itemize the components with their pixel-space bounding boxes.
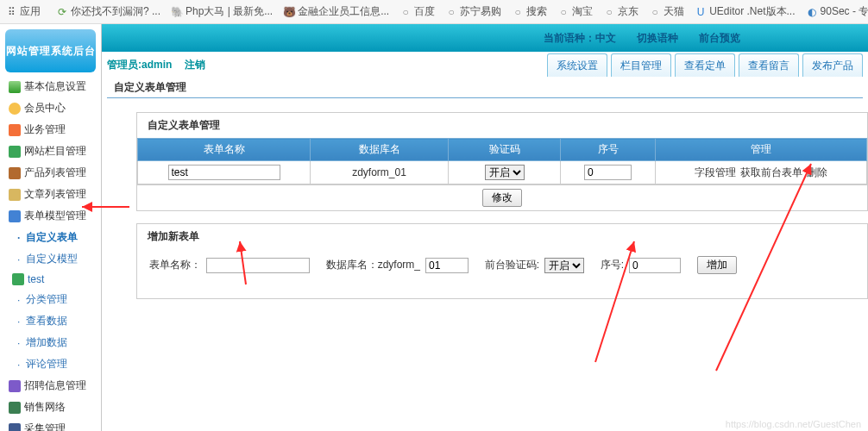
bookmark-label: 淘宝: [572, 4, 593, 19]
sidebar-item[interactable]: 招聘信息管理: [0, 375, 101, 397]
add-db-input[interactable]: [425, 258, 469, 273]
menu-icon: [12, 273, 24, 285]
add-code-label: 前台验证码:: [485, 258, 539, 272]
bookmark-item[interactable]: ○搜索: [512, 4, 547, 19]
add-panel: 增加新表单 表单名称： 数据库名：zdyform_ 前台验证码: 开启 序号: …: [136, 223, 868, 299]
bookmark-label: 苏宁易购: [460, 4, 501, 19]
bookmark-icon: 🐻: [283, 6, 295, 18]
op-field[interactable]: 字段管理: [695, 166, 736, 178]
op-get[interactable]: 获取前台表单: [740, 166, 802, 178]
menu-icon: [9, 380, 21, 392]
bookmark-label: 百度: [414, 4, 435, 19]
sidebar-item-label: 招聘信息管理: [24, 378, 86, 393]
sidebar-subitem[interactable]: 分类管理: [0, 289, 101, 310]
sidebar-item[interactable]: 会员中心: [0, 97, 101, 119]
sidebar-item[interactable]: 表单模型管理: [0, 205, 101, 227]
bookmark-label: 天猫: [664, 4, 684, 19]
lang-switch[interactable]: 切换语种: [637, 31, 678, 46]
lang-current: 当前语种：中文: [544, 31, 616, 46]
bookmark-label: 金融企业员工信息...: [298, 4, 389, 19]
bookmark-icon: ○: [512, 6, 524, 18]
main-area: . 当前语种：中文 切换语种 前台预览 管理员:admin 注销 系统设置栏目管…: [102, 24, 868, 431]
menu-icon: [9, 124, 21, 136]
op-del[interactable]: 删除: [807, 166, 827, 178]
tab[interactable]: 查看定单: [675, 53, 735, 77]
row-seq-input[interactable]: [584, 165, 632, 180]
row-code-select[interactable]: 开启: [485, 165, 525, 180]
apps-label: 应用: [20, 4, 41, 19]
bookmark-item[interactable]: 🐘Php大马 | 最新免...: [171, 4, 273, 19]
tab[interactable]: 查看留言: [739, 53, 799, 77]
modify-button[interactable]: 修改: [482, 189, 522, 207]
bookmark-item[interactable]: ○京东: [603, 4, 638, 19]
row-db: zdyform_01: [311, 161, 449, 184]
sidebar-item-label: 产品列表管理: [24, 166, 86, 180]
add-seq-input[interactable]: [629, 258, 681, 273]
tabs: 系统设置栏目管理查看定单查看留言发布产品: [547, 53, 863, 77]
bookmark-item[interactable]: ◐90Sec - 专注于网...: [806, 4, 868, 19]
sidebar-item-label: 基本信息设置: [24, 79, 86, 94]
sidebar-item-label: 会员中心: [24, 101, 66, 116]
sidebar-subitem[interactable]: 自定义模型: [0, 248, 101, 270]
bookmark-icon: ○: [649, 6, 661, 18]
bookmark-label: 你还找不到漏洞? ...: [71, 4, 160, 19]
tab[interactable]: 发布产品: [802, 53, 863, 77]
sidebar-item[interactable]: 文章列表管理: [0, 184, 101, 205]
apps-icon: ⠿: [5, 6, 17, 18]
panel-title: 自定义表单管理: [137, 113, 867, 138]
sidebar-item-label: 文章列表管理: [24, 187, 86, 202]
bookmark-icon: ⟳: [56, 6, 68, 18]
sidebar-subitem[interactable]: 评论管理: [0, 353, 101, 375]
sidebar-subitem[interactable]: 查看数据: [0, 310, 101, 332]
bookmark-item[interactable]: ○百度: [399, 4, 435, 19]
sidebar-item[interactable]: 业务管理: [0, 119, 101, 141]
watermark: https://blog.csdn.net/GuestChen: [726, 419, 861, 429]
bookmark-icon: U: [695, 6, 707, 18]
sidebar-test[interactable]: test: [0, 270, 101, 289]
add-seq-label: 序号:: [601, 258, 624, 272]
sidebar-title: 网站管理系统后台: [6, 44, 96, 59]
sidebar-subitem[interactable]: 增加数据: [0, 332, 101, 353]
bookmark-label: Php大马 | 最新免...: [186, 4, 273, 19]
th-name: 表单名称: [138, 139, 311, 161]
sidebar-item[interactable]: 网站栏目管理: [0, 141, 101, 162]
th-code: 验证码: [449, 139, 561, 161]
admin-label: 管理员:admin: [107, 59, 172, 71]
menu-icon: [9, 189, 21, 201]
sidebar-menu: 基本信息设置会员中心业务管理网站栏目管理产品列表管理文章列表管理表单模型管理自定…: [0, 76, 101, 431]
bookmark-item[interactable]: UUEditor .Net版本...: [695, 4, 795, 19]
sidebar-item[interactable]: 销售网络: [0, 397, 101, 418]
add-name-label: 表单名称：: [149, 258, 201, 272]
add-panel-title: 增加新表单: [137, 224, 867, 249]
bookmark-item[interactable]: ○淘宝: [557, 4, 593, 19]
menu-icon: [9, 423, 21, 432]
topbar: . 当前语种：中文 切换语种 前台预览: [102, 24, 868, 52]
apps-button[interactable]: ⠿ 应用: [5, 4, 41, 19]
th-db: 数据库名: [311, 139, 449, 161]
bookmark-icon: 🐘: [171, 6, 183, 18]
bookmark-icon: ○: [399, 6, 412, 18]
sidebar-item[interactable]: 产品列表管理: [0, 162, 101, 184]
menu-icon: [9, 167, 21, 179]
row-name-input[interactable]: [168, 165, 280, 180]
th-seq: 序号: [561, 139, 656, 161]
sidebar-subitem[interactable]: 自定义表单: [0, 227, 101, 248]
add-button[interactable]: 增加: [697, 256, 737, 274]
sidebar-item[interactable]: 采集管理: [0, 418, 101, 431]
bookmark-item[interactable]: ⟳你还找不到漏洞? ...: [56, 4, 160, 19]
bookmark-label: UEditor .Net版本...: [709, 4, 795, 19]
preview-link[interactable]: 前台预览: [699, 31, 740, 46]
sidebar-item-label: 表单模型管理: [24, 209, 86, 223]
form-panel: 自定义表单管理 表单名称 数据库名 验证码 序号 管理 zdyform_01 开…: [136, 112, 868, 211]
add-code-select[interactable]: 开启: [544, 258, 584, 273]
sidebar-item[interactable]: 基本信息设置: [0, 76, 101, 97]
logout-link[interactable]: 注销: [185, 59, 205, 71]
bookmark-item[interactable]: ○天猫: [649, 4, 684, 19]
tab[interactable]: 系统设置: [547, 53, 607, 77]
add-name-input[interactable]: [206, 258, 310, 273]
sidebar-item-label: 网站栏目管理: [24, 144, 86, 159]
bookmark-item[interactable]: 🐻金融企业员工信息...: [283, 4, 389, 19]
bookmarks-bar: ⠿ 应用 ⟳你还找不到漏洞? ... 🐘Php大马 | 最新免... 🐻金融企业…: [0, 0, 868, 24]
tab[interactable]: 栏目管理: [611, 53, 671, 77]
bookmark-item[interactable]: ○苏宁易购: [445, 4, 501, 19]
